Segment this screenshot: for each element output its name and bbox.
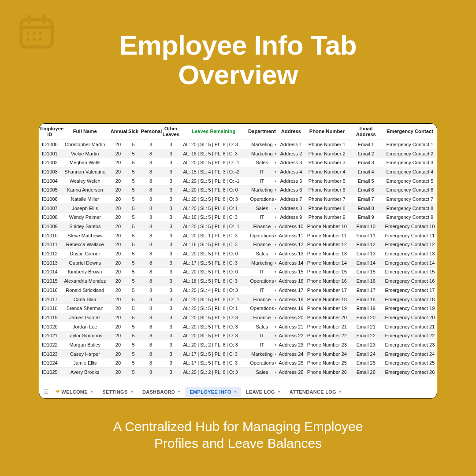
cell-email[interactable]: Email 15 (349, 267, 383, 277)
cell-addr[interactable]: Address 24 (277, 349, 305, 358)
cell-name[interactable]: Casey Harper (60, 349, 110, 358)
cell-phone[interactable]: Phone Number 16 (305, 277, 349, 286)
cell-email[interactable]: Email 20 (349, 313, 383, 322)
cell-dept[interactable]: Finance▾ (247, 222, 277, 231)
cell-remaining[interactable]: AL: 17 | SL: 5 | PL: 8 | C: 3 (180, 349, 247, 358)
cell-emerg[interactable]: Emergency Contact 18 (383, 295, 437, 304)
cell-email[interactable]: Email 12 (349, 240, 383, 249)
cell-phone[interactable]: Phone Number 23 (305, 340, 349, 350)
cell-emerg[interactable]: Emergency Contact 7 (383, 195, 437, 204)
cell-id[interactable]: ID1022 (39, 340, 60, 350)
cell-annual[interactable]: 20 (110, 195, 127, 204)
cell-phone[interactable]: Phone Number 6 (305, 185, 349, 195)
cell-annual[interactable]: 20 (110, 368, 127, 377)
cell-phone[interactable]: Phone Number 5 (305, 176, 349, 185)
chevron-down-icon[interactable]: ▾ (275, 315, 276, 319)
cell-name[interactable]: Natalie Miller (60, 195, 110, 204)
col-header-addr[interactable]: Address (277, 124, 305, 140)
cell-other[interactable]: 3 (162, 331, 181, 340)
cell-addr[interactable]: Address 10 (277, 222, 305, 231)
cell-annual[interactable]: 20 (110, 267, 127, 277)
table-row[interactable]: ID1000Christopher Martin20583AL: 20 | SL… (39, 140, 437, 149)
cell-sick[interactable]: 5 (126, 140, 140, 149)
cell-name[interactable]: Christopher Martin (60, 140, 110, 149)
cell-id[interactable]: ID1006 (39, 195, 60, 204)
cell-id[interactable]: ID1021 (39, 331, 60, 340)
cell-annual[interactable]: 20 (110, 331, 127, 340)
cell-dept[interactable]: Sales▾ (247, 158, 277, 167)
cell-phone[interactable]: Phone Number 17 (305, 285, 349, 295)
cell-name[interactable]: Dustin Garner (60, 249, 110, 258)
table-row[interactable]: ID1001Vickie Martin20583AL: 16 | SL: 5 |… (39, 149, 437, 158)
cell-dept[interactable]: Marketing▾ (247, 149, 277, 158)
cell-personal[interactable]: 8 (140, 349, 162, 358)
cell-remaining[interactable]: AL: 20 | SL: 5 | PL: 5 | O: 3 (180, 313, 247, 322)
cell-sick[interactable]: 5 (126, 358, 140, 368)
cell-addr[interactable]: Address 18 (277, 295, 305, 304)
cell-annual[interactable]: 20 (110, 203, 127, 213)
cell-id[interactable]: ID1014 (39, 267, 60, 277)
cell-addr[interactable]: Address 1 (277, 140, 305, 149)
cell-emerg[interactable]: Emergency Contact 15 (383, 267, 437, 277)
cell-dept[interactable]: Operations▾ (247, 277, 277, 286)
cell-id[interactable]: ID1019 (39, 313, 60, 322)
cell-dept[interactable]: Marketing▾ (247, 258, 277, 267)
cell-emerg[interactable]: Emergency Contact 21 (383, 322, 437, 331)
cell-id[interactable]: ID1010 (39, 231, 60, 240)
chevron-down-icon[interactable]: ▾ (275, 243, 276, 247)
cell-phone[interactable]: Phone Number 9 (305, 213, 349, 222)
cell-sick[interactable]: 5 (126, 167, 140, 177)
cell-name[interactable]: Jordan Lee (60, 322, 110, 331)
cell-email[interactable]: Email 6 (349, 185, 383, 195)
cell-dept[interactable]: Sales▾ (247, 203, 277, 213)
cell-name[interactable]: Shannon Valentine (60, 167, 110, 177)
cell-addr[interactable]: Address 19 (277, 304, 305, 313)
table-row[interactable]: ID1013Gabriel Downs20583AL: 17 | SL: 5 |… (39, 258, 437, 267)
cell-sick[interactable]: 5 (126, 304, 140, 313)
tab-attendance-log[interactable]: ATTENDANCE LOG ▾ (285, 387, 346, 397)
tab-welcome[interactable]: ❤ WELCOME ▾ (52, 387, 97, 397)
cell-dept[interactable]: Marketing▾ (247, 140, 277, 149)
cell-dept[interactable]: Finance▾ (247, 313, 277, 322)
cell-name[interactable]: Rebecca Wallace (60, 240, 110, 249)
cell-dept[interactable]: Marketing▾ (247, 185, 277, 195)
cell-other[interactable]: 3 (162, 158, 181, 167)
cell-phone[interactable]: Phone Number 2 (305, 149, 349, 158)
chevron-down-icon[interactable]: ▾ (275, 233, 276, 237)
cell-other[interactable]: 3 (162, 322, 181, 331)
all-sheets-button[interactable]: ☰ (41, 388, 51, 395)
cell-emerg[interactable]: Emergency Contact 6 (383, 185, 437, 195)
cell-email[interactable]: Email 4 (349, 167, 383, 177)
cell-emerg[interactable]: Emergency Contact 1 (383, 140, 437, 149)
cell-remaining[interactable]: AL: 17 | SL: 5 | PL: 8 | C: 3 (180, 358, 247, 368)
cell-phone[interactable]: Phone Number 3 (305, 158, 349, 167)
cell-sick[interactable]: 5 (126, 331, 140, 340)
chevron-down-icon[interactable]: ▾ (275, 297, 276, 301)
table-row[interactable]: ID1009Shirley Santos20583AL: 20 | SL: 5 … (39, 222, 437, 231)
table-row[interactable]: ID1021Taylor Simmons20583AL: 20 | SL: 5 … (39, 331, 437, 340)
cell-personal[interactable]: 8 (140, 358, 162, 368)
cell-sick[interactable]: 5 (126, 203, 140, 213)
cell-sick[interactable]: 5 (126, 185, 140, 195)
cell-other[interactable]: 3 (162, 149, 181, 158)
cell-phone[interactable]: Phone Number 1 (305, 140, 349, 149)
cell-name[interactable]: Wesley Welch (60, 176, 110, 185)
col-header-annual[interactable]: Annual (110, 124, 127, 140)
cell-dept[interactable]: Operations▾ (247, 358, 277, 368)
cell-other[interactable]: 3 (162, 203, 181, 213)
cell-addr[interactable]: Address 15 (277, 267, 305, 277)
cell-emerg[interactable]: Emergency Contact 8 (383, 203, 437, 213)
cell-emerg[interactable]: Emergency Contact 22 (383, 331, 437, 340)
cell-sick[interactable]: 5 (126, 322, 140, 331)
tab-settings[interactable]: SETTINGS ▾ (98, 387, 137, 397)
cell-remaining[interactable]: AL: 20 | SL: 5 | PL: 8 | O: 0 (180, 249, 247, 258)
cell-other[interactable]: 3 (162, 222, 181, 231)
cell-other[interactable]: 3 (162, 340, 181, 350)
cell-phone[interactable]: Phone Number 7 (305, 195, 349, 204)
chevron-down-icon[interactable]: ▾ (275, 306, 276, 310)
table-row[interactable]: ID1015Alexandria Mendez20583AL: 18 | SL:… (39, 277, 437, 286)
cell-id[interactable]: ID1009 (39, 222, 60, 231)
cell-id[interactable]: ID1017 (39, 295, 60, 304)
cell-remaining[interactable]: AL: 20 | SL: 1 | PL: 8 | C: 3 (180, 231, 247, 240)
table-row[interactable]: ID1012Dustin Garner20583AL: 20 | SL: 5 |… (39, 249, 437, 258)
